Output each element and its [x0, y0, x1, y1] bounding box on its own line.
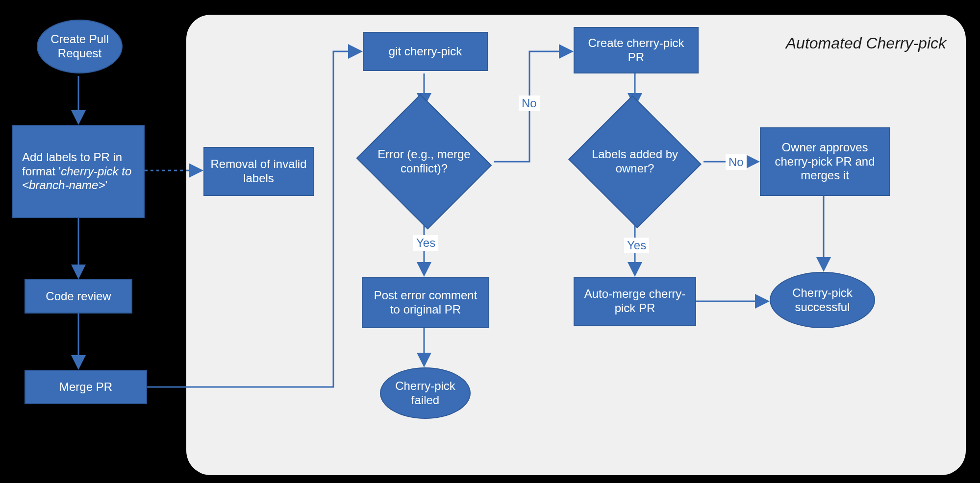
- node-label: Labels added by owner?: [581, 147, 689, 176]
- node-label: Code review: [46, 290, 111, 304]
- node-cp-success: Cherry-pick successful: [770, 272, 875, 328]
- node-owner-approves: Owner approves cherry-pick PR and merges…: [760, 127, 890, 196]
- node-label: Create cherry-pick PR: [580, 36, 692, 65]
- node-label: Owner approves cherry-pick PR and merges…: [767, 141, 883, 183]
- edge-label-labels-no: No: [726, 154, 747, 170]
- edge-label-error-no: No: [519, 96, 540, 111]
- edge-label-error-yes: Yes: [413, 235, 438, 251]
- node-git-cherry-pick: git cherry-pick: [363, 32, 488, 71]
- node-labels-decision: Labels added by owner?: [566, 98, 704, 225]
- node-label: Create Pull Request: [44, 32, 116, 61]
- node-auto-merge: Auto-merge cherry-pick PR: [574, 277, 696, 326]
- node-cp-failed: Cherry-pick failed: [380, 367, 471, 419]
- node-label: Cherry-pick successful: [777, 286, 868, 314]
- node-create-cp-pr: Create cherry-pick PR: [574, 27, 699, 73]
- node-error-decision: Error (e.g., merge conflict)?: [353, 98, 495, 225]
- node-label: Cherry-pick failed: [387, 379, 464, 408]
- node-label: Removal of invalid labels: [210, 157, 307, 186]
- node-label: Merge PR: [59, 380, 112, 394]
- node-label: Post error comment to original PR: [369, 289, 482, 317]
- node-post-error: Post error comment to original PR: [362, 277, 489, 328]
- node-label: Add labels to PR in format 'cherry-pick …: [22, 150, 135, 193]
- flowchart-canvas: Automated Cherry-pick: [0, 0, 980, 483]
- node-add-labels: Add labels to PR in format 'cherry-pick …: [12, 125, 145, 218]
- node-create-pr: Create Pull Request: [37, 20, 123, 73]
- node-remove-invalid: Removal of invalid labels: [203, 147, 314, 196]
- node-label: Error (e.g., merge conflict)?: [368, 147, 480, 176]
- edge-label-labels-yes: Yes: [624, 238, 649, 253]
- node-label: Auto-merge cherry-pick PR: [580, 287, 689, 315]
- region-title: Automated Cherry-pick: [730, 34, 946, 52]
- node-code-review: Code review: [25, 279, 132, 314]
- node-label: git cherry-pick: [389, 45, 462, 59]
- node-merge-pr: Merge PR: [25, 370, 147, 404]
- automated-region: [186, 15, 966, 475]
